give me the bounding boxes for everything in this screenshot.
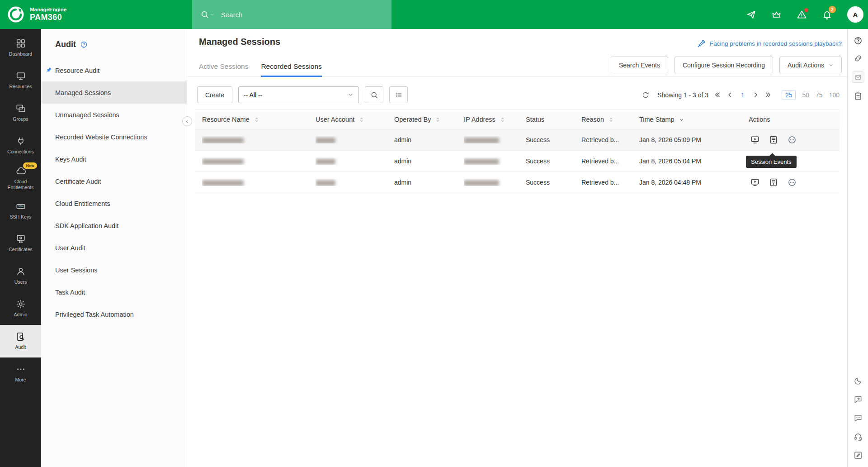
column-header[interactable]: User Account — [316, 116, 394, 123]
sidebar-item[interactable]: Privileged Task Automation — [41, 303, 187, 325]
session-playback-icon[interactable] — [750, 135, 760, 144]
table-row[interactable]: adminSuccessRetrieved b...Jan 8, 2026 04… — [195, 172, 840, 193]
alerts-icon[interactable] — [797, 10, 807, 20]
create-button[interactable]: Create — [197, 86, 232, 103]
next-page-icon[interactable] — [752, 91, 760, 99]
column-header[interactable]: Operated By — [394, 116, 464, 123]
rail-item-label: Resources — [9, 84, 32, 90]
rail-item-label: More — [15, 377, 26, 383]
sidebar-item[interactable]: Cloud Entitlements — [41, 192, 187, 214]
rail-item-audit[interactable]: Audit — [0, 325, 41, 357]
help-question-icon[interactable] — [80, 41, 88, 48]
configure-session-recording-button[interactable]: Configure Session Recording — [675, 57, 773, 73]
column-header[interactable]: Resource Name — [202, 116, 316, 123]
search-scope-dropdown[interactable] — [200, 10, 215, 19]
notes-edit-icon[interactable] — [854, 451, 863, 460]
rail-item-cloud-entitlements[interactable]: Cloud EntitlementsNew — [0, 162, 41, 195]
session-filter-select[interactable]: -- All -- — [238, 86, 359, 103]
first-page-icon[interactable] — [713, 91, 721, 99]
page-size-options: 255075100 — [782, 90, 840, 100]
sidebar-item[interactable]: Task Audit — [41, 281, 187, 303]
session-playback-icon[interactable] — [750, 178, 760, 187]
audit-actions-button[interactable]: Audit Actions — [779, 57, 842, 73]
feedback-send-icon[interactable] — [746, 10, 756, 20]
sort-icon[interactable] — [358, 116, 365, 123]
pam360-logo-icon[interactable] — [6, 5, 25, 24]
sort-icon[interactable] — [608, 116, 614, 123]
table-search-button[interactable] — [365, 86, 383, 103]
comment-icon[interactable] — [854, 414, 863, 423]
tab-recorded-sessions[interactable]: Recorded Sessions — [261, 62, 321, 77]
sort-desc-icon[interactable] — [678, 116, 685, 123]
sidebar-item[interactable]: SDK Application Audit — [41, 214, 187, 237]
sidebar-item[interactable]: Resource Audit — [41, 59, 187, 81]
left-rail-items: DashboardResourcesGroupsConnectionsCloud… — [0, 32, 41, 390]
sidebar-item[interactable]: Keys Audit — [41, 148, 187, 170]
sidebar-item[interactable]: Managed Sessions — [41, 81, 187, 104]
global-search[interactable] — [192, 0, 392, 29]
column-header[interactable]: Status — [526, 116, 581, 123]
row-more-icon[interactable] — [788, 178, 797, 187]
rail-item-resources[interactable]: Resources — [0, 64, 41, 97]
sidebar-item[interactable]: Unmanaged Sessions — [41, 104, 187, 126]
sidebar-item-label: User Sessions — [55, 267, 97, 274]
rail-item-dashboard[interactable]: Dashboard — [0, 32, 41, 64]
table-row[interactable]: adminSuccessRetrieved b...Jan 8, 2026 05… — [195, 129, 840, 151]
rail-item-more[interactable]: More — [0, 357, 41, 390]
help-icon[interactable] — [854, 36, 863, 45]
page-size-option[interactable]: 75 — [816, 91, 823, 99]
left-rail: DashboardResourcesGroupsConnectionsCloud… — [0, 29, 41, 467]
search-input[interactable] — [220, 10, 383, 19]
table-row[interactable]: adminSuccessRetrieved b...Jan 8, 2026 05… — [195, 151, 840, 172]
mail-button[interactable] — [852, 71, 864, 83]
column-header[interactable]: IP Address — [464, 116, 526, 123]
column-header-label: Time Stamp — [639, 116, 675, 123]
sidebar-collapse-button[interactable] — [182, 116, 192, 126]
current-page[interactable]: 1 — [741, 91, 745, 99]
session-events-icon[interactable] — [769, 178, 778, 187]
search-icon — [370, 91, 378, 99]
tab-active-sessions[interactable]: Active Sessions — [199, 62, 248, 77]
sidebar-item-label: Managed Sessions — [55, 89, 111, 96]
sidebar-item[interactable]: User Audit — [41, 237, 187, 259]
sidebar-item[interactable]: Certificate Audit — [41, 170, 187, 192]
rail-item-groups[interactable]: Groups — [0, 97, 41, 129]
column-header[interactable]: Time Stamp — [639, 116, 749, 123]
session-events-icon[interactable] — [769, 135, 778, 144]
share-chat-icon[interactable] — [854, 395, 863, 404]
notifications-bell-icon[interactable]: 2 — [822, 10, 832, 20]
request-clipboard-icon[interactable] — [854, 91, 863, 100]
page-size-option[interactable]: 100 — [829, 91, 840, 99]
dark-mode-moon-icon[interactable] — [854, 376, 863, 386]
sort-icon[interactable] — [434, 116, 441, 123]
user-avatar[interactable]: A — [847, 6, 863, 23]
row-more-icon[interactable] — [788, 135, 797, 144]
page-size-option[interactable]: 25 — [782, 90, 796, 100]
rail-item-certificates[interactable]: Certificates — [0, 227, 41, 260]
column-header[interactable]: Actions — [749, 116, 840, 123]
column-header[interactable]: Reason — [581, 116, 639, 123]
sidebar-item[interactable]: Recorded Website Connections — [41, 126, 187, 148]
sort-icon[interactable] — [253, 116, 260, 123]
last-page-icon[interactable] — [764, 91, 772, 99]
rail-item-users[interactable]: Users — [0, 260, 41, 292]
sidebar-item[interactable]: User Sessions — [41, 259, 187, 281]
search-events-button[interactable]: Search Events — [611, 57, 668, 73]
page-size-option[interactable]: 50 — [802, 91, 809, 99]
support-headset-icon[interactable] — [854, 432, 863, 441]
chevron-down-icon — [828, 62, 834, 68]
column-chooser-button[interactable] — [389, 86, 408, 103]
product-name: PAM360 — [30, 13, 66, 22]
sort-icon[interactable] — [499, 116, 506, 123]
license-crown-icon[interactable] — [771, 10, 782, 20]
ip-address-cell — [464, 157, 526, 165]
link-icon[interactable] — [854, 54, 863, 63]
brand-name: ManageEngine — [30, 7, 66, 13]
prev-page-icon[interactable] — [726, 91, 734, 99]
playback-help-link[interactable]: Facing problems in recorded sessions pla… — [697, 39, 842, 48]
rail-item-connections[interactable]: Connections — [0, 129, 41, 162]
rail-item-admin[interactable]: Admin — [0, 292, 41, 325]
sidebar-item-label: Cloud Entitlements — [55, 200, 110, 207]
refresh-icon[interactable] — [642, 91, 650, 99]
rail-item-ssh-keys[interactable]: SSHSSH Keys — [0, 195, 41, 227]
